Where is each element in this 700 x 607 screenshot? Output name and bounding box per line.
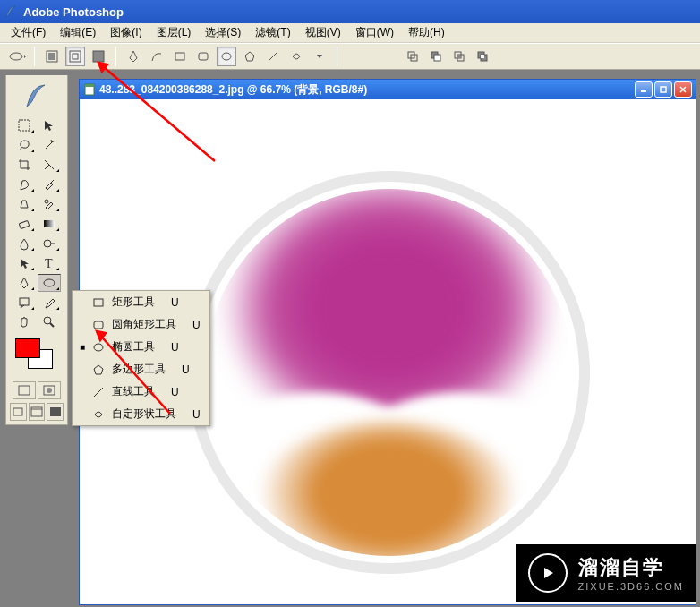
history-brush-tool[interactable] — [38, 195, 61, 213]
standard-mode-button[interactable] — [13, 381, 36, 399]
maximize-button[interactable] — [654, 81, 672, 98]
menu-help[interactable]: 帮助(H) — [401, 23, 452, 42]
clone-stamp-tool[interactable] — [13, 195, 36, 213]
line-icon — [92, 386, 107, 398]
svg-rect-7 — [199, 53, 208, 60]
svg-rect-17 — [457, 55, 461, 58]
eraser-tool[interactable] — [13, 215, 36, 233]
menu-edit[interactable]: 编辑(E) — [53, 23, 103, 42]
menu-file[interactable]: 文件(F) — [4, 23, 53, 42]
svg-point-8 — [222, 53, 231, 60]
svg-rect-35 — [13, 408, 22, 415]
freeform-pen-icon[interactable] — [147, 47, 166, 66]
path-combine-intersect[interactable] — [449, 47, 469, 66]
ellipse-shape-icon[interactable] — [217, 47, 236, 66]
svg-point-25 — [44, 240, 51, 247]
svg-rect-21 — [19, 120, 30, 131]
flyout-shortcut: U — [192, 319, 201, 331]
type-tool[interactable]: T — [38, 254, 61, 272]
menu-window[interactable]: 窗口(W) — [348, 23, 401, 42]
path-combine-add[interactable] — [403, 47, 423, 66]
color-swatches — [10, 338, 64, 374]
eyedropper-tool[interactable] — [38, 294, 61, 312]
svg-marker-9 — [245, 52, 254, 61]
flyout-shortcut: U — [192, 408, 201, 421]
separator — [34, 47, 35, 66]
rectangle-icon — [92, 296, 107, 309]
document-titlebar[interactable]: 48..283_084200386288_2.jpg @ 66.7% (背景, … — [80, 80, 696, 99]
line-shape-icon[interactable] — [263, 47, 283, 66]
svg-rect-3 — [70, 51, 81, 62]
svg-point-22 — [45, 200, 48, 203]
svg-rect-24 — [44, 220, 55, 227]
flyout-rounded-rect-tool[interactable]: 圆角矩形工具 U — [73, 313, 209, 336]
ellipse-icon — [92, 341, 107, 354]
svg-rect-32 — [19, 386, 30, 395]
menu-layer[interactable]: 图层(L) — [149, 23, 199, 42]
menu-image[interactable]: 图像(I) — [103, 23, 149, 42]
rect-marquee-tool[interactable] — [13, 116, 36, 134]
flyout-rectangle-tool[interactable]: 矩形工具 U — [73, 291, 209, 313]
close-button[interactable] — [674, 81, 692, 98]
svg-point-30 — [44, 317, 51, 324]
screen-full-button[interactable] — [47, 403, 64, 421]
rounded-rect-shape-icon[interactable] — [193, 47, 213, 66]
watermark-brand: 溜溜自学 — [578, 554, 684, 581]
svg-rect-23 — [19, 220, 29, 228]
polygon-shape-icon[interactable] — [240, 47, 260, 66]
path-combine-exclude[interactable] — [473, 47, 492, 66]
flyout-ellipse-tool[interactable]: ■ 椭圆工具 U — [73, 336, 209, 358]
path-selection-tool[interactable] — [13, 254, 36, 272]
flyout-shortcut: U — [171, 296, 179, 309]
slice-tool[interactable] — [38, 156, 61, 174]
flyout-item-label: 自定形状工具 — [112, 406, 176, 422]
custom-shape-icon[interactable] — [286, 47, 306, 66]
minimize-button[interactable] — [635, 81, 653, 98]
play-icon — [528, 553, 568, 593]
dodge-tool[interactable] — [38, 235, 61, 252]
watermark-url: ZIXUE.3D66.COM — [578, 581, 684, 592]
healing-brush-tool[interactable] — [13, 175, 36, 193]
pen-tool-icon[interactable] — [124, 47, 143, 66]
screen-full-menubar-button[interactable] — [29, 403, 46, 421]
app-titlebar: Adobe Photoshop — [0, 0, 700, 23]
shape-tool[interactable] — [38, 274, 61, 292]
flyout-custom-shape-tool[interactable]: 自定形状工具 U — [73, 403, 209, 425]
notes-tool[interactable] — [13, 294, 36, 312]
flyout-line-tool[interactable]: 直线工具 U — [73, 380, 209, 403]
pen-tool[interactable] — [13, 274, 36, 292]
fill-pixels-mode[interactable] — [89, 47, 108, 66]
magic-wand-tool[interactable] — [38, 136, 61, 154]
paths-mode[interactable] — [65, 47, 85, 66]
svg-marker-46 — [94, 365, 103, 374]
zoom-tool[interactable] — [38, 313, 61, 331]
gradient-tool[interactable] — [38, 215, 61, 233]
check-icon: ■ — [78, 342, 87, 352]
menu-filter[interactable]: 滤镜(T) — [248, 23, 297, 42]
foreground-color-swatch[interactable] — [15, 338, 40, 358]
svg-rect-2 — [48, 53, 55, 60]
blur-tool[interactable] — [13, 235, 36, 252]
path-combine-subtract[interactable] — [426, 47, 446, 66]
watermark: 溜溜自学 ZIXUE.3D66.COM — [516, 544, 696, 602]
screen-standard-button[interactable] — [10, 403, 27, 421]
menu-view[interactable]: 视图(V) — [298, 23, 348, 42]
lasso-tool[interactable] — [13, 136, 36, 154]
crop-tool[interactable] — [13, 156, 36, 174]
flyout-polygon-tool[interactable]: 多边形工具 U — [73, 358, 209, 380]
svg-line-10 — [269, 52, 277, 61]
svg-point-0 — [10, 53, 22, 60]
svg-rect-44 — [94, 321, 103, 329]
tool-preset-picker[interactable] — [7, 47, 27, 66]
rectangle-shape-icon[interactable] — [170, 47, 190, 66]
shape-layers-mode[interactable] — [42, 47, 62, 66]
hand-tool[interactable] — [13, 313, 36, 331]
geometry-options-dropdown[interactable] — [310, 47, 329, 66]
flyout-shortcut: U — [171, 341, 179, 354]
flyout-item-label: 直线工具 — [112, 384, 155, 399]
move-tool[interactable] — [38, 116, 61, 134]
svg-rect-42 — [661, 87, 666, 92]
menu-select[interactable]: 选择(S) — [198, 23, 248, 42]
quickmask-mode-button[interactable] — [38, 381, 61, 399]
brush-tool[interactable] — [38, 175, 61, 193]
